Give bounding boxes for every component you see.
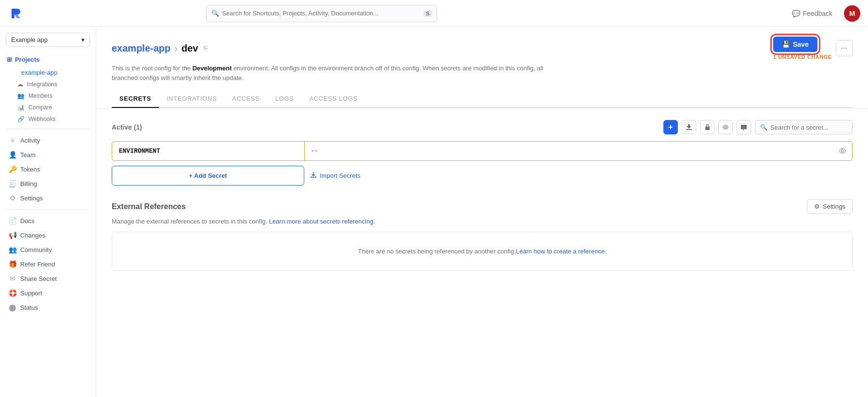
sidebar-item-changes[interactable]: 📢 Changes <box>2 228 94 242</box>
secret-value[interactable]: •• <box>305 142 852 160</box>
visibility-icon[interactable] <box>839 147 846 155</box>
divider-2 <box>7 209 89 210</box>
breadcrumb-arrow: › <box>174 43 178 54</box>
ext-ref-create-link[interactable]: Learn how to create a reference. <box>516 248 607 255</box>
logo[interactable] <box>8 6 23 21</box>
search-bar[interactable]: 🔍 S <box>206 5 437 22</box>
search-icon: 🔍 <box>211 10 219 17</box>
sidebar-item-tokens[interactable]: 🔑 Tokens <box>2 162 94 176</box>
svg-point-5 <box>842 149 844 152</box>
sidebar-item-community[interactable]: 👥 Community <box>2 242 94 257</box>
chevron-down-icon: ▾ <box>81 36 85 43</box>
lock-icon-button[interactable] <box>700 120 714 134</box>
breadcrumb-row: example-app › dev ⎘ 💾 Save 1 UNSAVED CHA… <box>112 37 853 60</box>
sidebar-item-members[interactable]: 👥 Members <box>0 90 96 102</box>
breadcrumb-app[interactable]: example-app <box>112 43 170 54</box>
sidebar-item-settings[interactable]: ⚙ Settings <box>2 191 94 205</box>
webhook-icon: 🔗 <box>17 116 25 122</box>
sidebar-current-project[interactable]: example-app <box>0 66 96 79</box>
unsaved-badge: 1 UNSAVED CHANGE <box>773 54 832 60</box>
sidebar-item-projects[interactable]: ⊞ Projects <box>0 53 96 66</box>
gear-icon: ⚙ <box>9 194 16 202</box>
cloud-icon: ☁ <box>17 81 23 88</box>
save-button[interactable]: 💾 Save <box>773 37 817 52</box>
lifebuoy-icon: 🛟 <box>9 289 16 297</box>
main-content: example-app › dev ⎘ 💾 Save 1 UNSAVED CHA… <box>96 27 868 397</box>
tab-access[interactable]: ACCESS <box>224 90 267 108</box>
sidebar: Example app ▾ ⊞ Projects example-app ☁ I… <box>0 27 96 397</box>
ext-ref-learn-more-link[interactable]: Learn more about secrets referencing. <box>269 218 375 225</box>
tab-integrations[interactable]: INTEGRATIONS <box>159 90 224 108</box>
svg-rect-0 <box>686 129 692 130</box>
megaphone-icon: 📢 <box>9 231 16 239</box>
sidebar-item-share-secret[interactable]: ✉ Share Secret <box>2 271 94 286</box>
eye-off-icon-button[interactable] <box>718 120 733 134</box>
download-icon-button[interactable] <box>682 120 696 134</box>
sidebar-item-billing[interactable]: 🧾 Billing <box>2 176 94 191</box>
sidebar-item-docs[interactable]: 📄 Docs <box>2 213 94 228</box>
main-header: example-app › dev ⎘ 💾 Save 1 UNSAVED CHA… <box>96 27 868 108</box>
divider <box>7 129 89 129</box>
ext-ref-header: External References ⚙ Settings <box>112 199 853 214</box>
ext-ref-empty-state: There are no secrets being referenced by… <box>112 232 853 271</box>
secret-search-input[interactable] <box>770 124 847 131</box>
sidebar-item-compare[interactable]: 📊 Compare <box>0 102 96 113</box>
more-options-button[interactable]: ··· <box>836 40 853 56</box>
sidebar-item-status[interactable]: ⬤ Status <box>2 300 94 315</box>
header-actions: 💾 Save 1 UNSAVED CHANGE ··· <box>773 37 853 60</box>
secrets-toolbar: + 🔍 <box>663 120 853 134</box>
sidebar-item-webhooks[interactable]: 🔗 Webhooks <box>0 113 96 125</box>
ext-ref-empty-text: There are no secrets being referenced by… <box>358 248 516 255</box>
secrets-section-header: Active (1) + 🔍 <box>112 120 853 134</box>
header-description: This is the root config for the Developm… <box>112 64 545 82</box>
save-icon: 💾 <box>782 40 790 48</box>
sidebar-item-support[interactable]: 🛟 Support <box>2 286 94 300</box>
secret-key[interactable]: ENVIRONMENT <box>112 142 305 160</box>
secret-row: ENVIRONMENT •• <box>112 141 853 161</box>
content-area: Active (1) + 🔍 <box>96 108 868 282</box>
tab-logs[interactable]: LOGS <box>268 90 302 108</box>
secret-search-bar[interactable]: 🔍 <box>755 120 853 134</box>
feedback-label: Feedback <box>803 10 832 17</box>
tab-secrets[interactable]: SECRETS <box>112 90 159 108</box>
active-secrets-title: Active (1) <box>112 123 142 131</box>
gift-icon: 🎁 <box>9 260 16 268</box>
list-icon: ≡ <box>9 136 16 144</box>
avatar[interactable]: M <box>844 5 860 22</box>
tabs: SECRETS INTEGRATIONS ACCESS LOGS ACCESS … <box>112 90 853 108</box>
sidebar-item-integrations[interactable]: ☁ Integrations <box>0 79 96 90</box>
svg-point-4 <box>840 148 845 153</box>
search-input[interactable] <box>222 10 424 17</box>
add-secret-icon-button[interactable]: + <box>663 120 678 134</box>
svg-point-3 <box>725 126 726 128</box>
settings-icon: ⚙ <box>814 203 820 210</box>
copy-icon[interactable]: ⎘ <box>204 44 207 52</box>
add-secret-button[interactable]: + Add Secret <box>112 166 304 185</box>
sidebar-item-team[interactable]: 👤 Team <box>2 147 94 162</box>
breadcrumb-env: dev <box>181 43 198 54</box>
sidebar-item-activity[interactable]: ≡ Activity <box>2 133 94 147</box>
ext-ref-title: External References <box>112 202 186 211</box>
search-shortcut: S <box>424 10 432 17</box>
projects-label: Projects <box>15 56 39 63</box>
svg-rect-1 <box>705 127 710 130</box>
layout: Example app ▾ ⊞ Projects example-app ☁ I… <box>0 27 868 397</box>
tab-access-logs[interactable]: ACCESS LOGS <box>301 90 365 108</box>
sidebar-item-refer-friend[interactable]: 🎁 Refer Friend <box>2 257 94 271</box>
secret-search-icon: 🔍 <box>760 124 767 131</box>
topnav: 🔍 S 💬 Feedback M <box>0 0 868 27</box>
feedback-icon: 💬 <box>792 10 800 17</box>
community-icon: 👥 <box>9 246 16 253</box>
circle-dot-icon: ⬤ <box>9 304 16 311</box>
secret-actions-row: + Add Secret Import Secrets <box>112 166 853 185</box>
breadcrumb: example-app › dev ⎘ <box>112 43 207 54</box>
app-selector[interactable]: Example app ▾ <box>6 33 90 47</box>
share-icon: ✉ <box>9 275 16 282</box>
feedback-button[interactable]: 💬 Feedback <box>788 8 836 19</box>
app-selector-label: Example app <box>11 36 48 43</box>
import-secrets-button[interactable]: Import Secrets <box>310 172 361 180</box>
secret-value-dots: •• <box>311 147 319 155</box>
key-icon: 🔑 <box>9 165 16 173</box>
ext-ref-settings-button[interactable]: ⚙ Settings <box>807 199 853 214</box>
comment-icon-button[interactable] <box>737 120 751 134</box>
